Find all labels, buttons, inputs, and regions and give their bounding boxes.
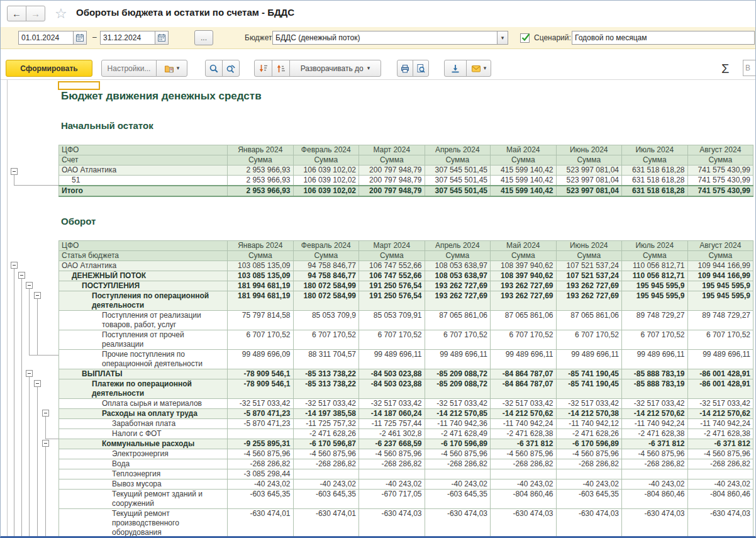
value-cell[interactable]: -40 243,02	[228, 479, 294, 490]
value-cell[interactable]: -804 860,46	[491, 490, 557, 509]
value-cell[interactable]: -630 474,03	[622, 509, 688, 538]
value-cell[interactable]: 103 085 135,09	[228, 271, 294, 281]
value-cell[interactable]: 110 056 812,71	[622, 261, 688, 271]
value-cell[interactable]: -6 237 668,59	[359, 439, 425, 449]
value-cell[interactable]: 87 065 861,06	[425, 311, 491, 330]
value-cell[interactable]: 110 056 812,71	[622, 271, 688, 281]
value-cell[interactable]: -85 313 738,22	[293, 369, 359, 379]
value-cell[interactable]: 106 039 102,02	[293, 186, 359, 196]
label-cell[interactable]: Оплата сырья и материалов	[59, 399, 228, 409]
value-cell[interactable]: -4 560 875,96	[491, 449, 557, 459]
value-cell[interactable]: 99 489 696,11	[425, 350, 491, 369]
value-cell[interactable]: -630 474,03	[359, 509, 425, 538]
value-cell[interactable]: -11 740 942,24	[622, 419, 688, 429]
value-cell[interactable]: 6 707 170,52	[556, 330, 622, 350]
value-cell[interactable]: 200 797 948,79	[359, 186, 425, 196]
value-cell[interactable]: 85 053 709,9	[293, 311, 359, 330]
value-cell[interactable]: -6 170 596,89	[425, 439, 491, 449]
label-cell[interactable]: ПОСТУПЛЕНИЯ	[59, 281, 228, 291]
settings-button[interactable]: Настройки...	[101, 60, 157, 77]
value-cell[interactable]: 87 065 861,06	[556, 311, 622, 330]
group-collapse-toggle[interactable]	[34, 292, 41, 299]
value-cell[interactable]	[491, 469, 557, 479]
value-cell[interactable]: 181 994 681,19	[228, 281, 294, 291]
expand-to-button[interactable]: Разворачивать до ▾	[289, 60, 381, 77]
value-cell[interactable]: -6 371 812	[491, 439, 557, 449]
value-cell[interactable]: 307 545 501,45	[425, 186, 491, 196]
value-cell[interactable]: 94 758 846,77	[293, 271, 359, 281]
value-cell[interactable]: 631 518 618,28	[622, 165, 688, 176]
value-cell[interactable]: 6 707 170,52	[425, 330, 491, 350]
value-cell[interactable]: 108 053 638,97	[425, 261, 491, 271]
value-cell[interactable]	[228, 429, 294, 439]
label-cell[interactable]: Теплоэнергия	[59, 469, 228, 479]
value-cell[interactable]: -78 909 546,1	[228, 369, 294, 379]
label-cell[interactable]: Расходы на оплату труда	[59, 409, 228, 419]
value-cell[interactable]: 741 575 430,99	[687, 165, 753, 176]
value-cell[interactable]: -4 560 875,96	[228, 449, 294, 459]
value-cell[interactable]: -2 461 302,8	[359, 429, 425, 439]
value-cell[interactable]: -11 740 942,24	[687, 419, 753, 429]
label-cell[interactable]: Прочие поступления по операционной деяте…	[59, 350, 228, 369]
value-cell[interactable]: -40 243,02	[359, 479, 425, 490]
value-cell[interactable]: 200 797 948,79	[359, 165, 425, 176]
label-cell[interactable]: Поступления от реализации товаров, работ…	[59, 311, 228, 330]
value-cell[interactable]: 307 545 501,45	[425, 165, 491, 176]
value-cell[interactable]: -630 474,01	[228, 509, 294, 538]
value-cell[interactable]: -84 864 787,07	[491, 369, 557, 379]
value-cell[interactable]: -268 286,82	[293, 459, 359, 469]
value-cell[interactable]: -32 517 033,42	[556, 399, 622, 409]
value-cell[interactable]: 103 085 135,09	[228, 261, 294, 271]
value-cell[interactable]: -4 560 875,96	[622, 449, 688, 459]
value-cell[interactable]: -268 286,82	[228, 459, 294, 469]
expand-groups-button[interactable]	[272, 60, 290, 77]
value-cell[interactable]: -85 209 088,72	[425, 369, 491, 379]
value-cell[interactable]: -268 286,82	[425, 459, 491, 469]
value-cell[interactable]: -4 560 875,96	[687, 449, 753, 459]
label-cell[interactable]: ВЫПЛАТЫ	[59, 369, 228, 379]
value-cell[interactable]: -5 870 471,23	[228, 409, 294, 419]
value-cell[interactable]: -40 243,02	[556, 479, 622, 490]
value-cell[interactable]: -9 255 895,31	[228, 439, 294, 449]
value-cell[interactable]: -32 517 033,42	[687, 399, 753, 409]
value-cell[interactable]: -5 870 471,23	[228, 419, 294, 429]
date-to-input[interactable]	[100, 31, 155, 45]
value-cell[interactable]	[425, 469, 491, 479]
label-cell[interactable]: Текущий ремонт производственного оборудо…	[59, 509, 228, 538]
budget-dropdown-button[interactable]: ▾	[497, 31, 508, 45]
value-cell[interactable]: 106 747 552,66	[359, 261, 425, 271]
value-cell[interactable]: -3 085 298,44	[228, 469, 294, 479]
value-cell[interactable]: -32 517 033,42	[228, 399, 294, 409]
value-cell[interactable]: 195 945 595,9	[687, 291, 753, 311]
value-cell[interactable]: -11 740 942,12	[556, 419, 622, 429]
value-cell[interactable]: -40 243,02	[293, 479, 359, 490]
value-cell[interactable]: 87 065 861,06	[491, 311, 557, 330]
value-cell[interactable]: 193 262 727,69	[491, 281, 557, 291]
label-cell[interactable]: Коммунальные расходы	[59, 439, 228, 449]
value-cell[interactable]: 741 575 430,99	[687, 176, 753, 186]
value-cell[interactable]: 307 545 501,45	[425, 176, 491, 186]
value-cell[interactable]: -2 471 628,38	[491, 429, 557, 439]
scenario-checkbox[interactable]	[520, 33, 530, 43]
value-cell[interactable]: -11 725 757,32	[293, 419, 359, 429]
label-cell[interactable]: Текущий ремонт зданий и сооружений	[59, 490, 228, 509]
value-cell[interactable]: -6 170 596,89	[556, 439, 622, 449]
value-cell[interactable]: -32 517 033,42	[491, 399, 557, 409]
value-cell[interactable]: 99 489 696,11	[687, 350, 753, 369]
value-cell[interactable]: -32 517 033,42	[622, 399, 688, 409]
value-cell[interactable]	[687, 469, 753, 479]
value-cell[interactable]: -2 471 628,26	[293, 429, 359, 439]
value-cell[interactable]: 109 944 166,99	[687, 271, 753, 281]
selected-cell-marker[interactable]	[58, 81, 100, 90]
value-cell[interactable]: -78 909 546,1	[228, 379, 294, 399]
value-cell[interactable]: -14 212 570,62	[491, 409, 557, 419]
value-cell[interactable]: -603 645,35	[293, 490, 359, 509]
value-cell[interactable]: -40 243,02	[687, 479, 753, 490]
value-cell[interactable]: -603 645,35	[556, 490, 622, 509]
value-cell[interactable]: 6 707 170,52	[491, 330, 557, 350]
value-cell[interactable]: 523 997 081,04	[556, 165, 622, 176]
label-cell[interactable]: Электроэнергия	[59, 449, 228, 459]
value-cell[interactable]: -85 741 190,45	[556, 369, 622, 379]
value-cell[interactable]: 6 707 170,52	[359, 330, 425, 350]
value-cell[interactable]: -603 645,35	[425, 490, 491, 509]
